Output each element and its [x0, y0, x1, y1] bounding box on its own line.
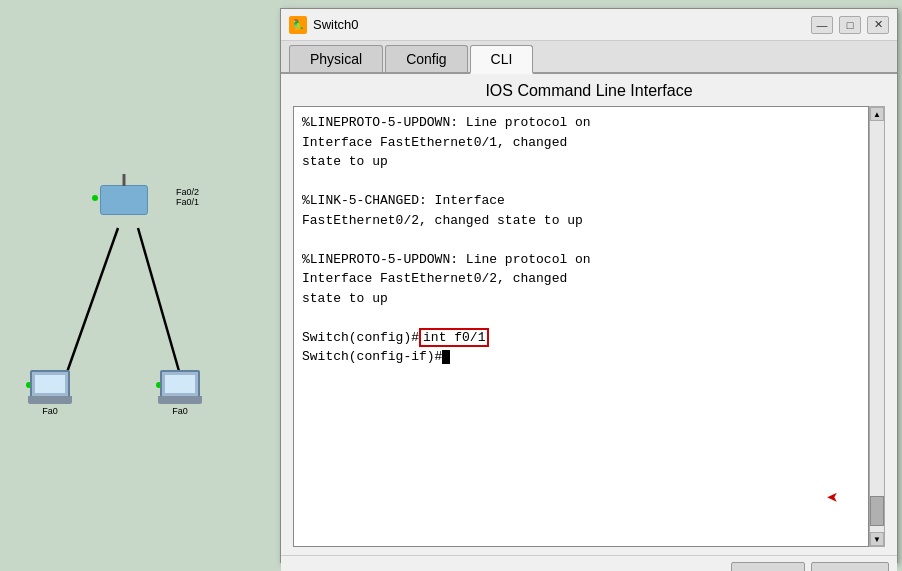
cli-output: %LINEPROTO-5-UPDOWN: Line protocol on In…	[302, 113, 860, 367]
pc-left-label: Fa0	[42, 406, 58, 416]
cmd-prefix-1: Switch(config)#	[302, 330, 419, 345]
scrollbar-down[interactable]: ▼	[870, 532, 884, 546]
cmd-highlight: int f0/1	[419, 328, 489, 347]
scrollbar-thumb[interactable]	[870, 496, 884, 526]
minimize-button[interactable]: —	[811, 16, 833, 34]
pc-right-label: Fa0	[172, 406, 188, 416]
section-title: IOS Command Line Interface	[293, 82, 885, 100]
cmd-line-2: Switch(config-if)#	[302, 349, 442, 364]
tab-physical[interactable]: Physical	[289, 45, 383, 72]
maximize-button[interactable]: □	[839, 16, 861, 34]
fa01-label: Fa0/1	[176, 197, 199, 207]
pc-left: Fa0	[28, 370, 72, 416]
paste-button[interactable]: Paste	[811, 562, 889, 571]
connection-lines	[0, 0, 280, 571]
window-icon: 🦜	[289, 16, 307, 34]
red-arrow: ➤	[826, 480, 838, 510]
scrollbar-up[interactable]: ▲	[870, 107, 884, 121]
main-content: IOS Command Line Interface %LINEPROTO-5-…	[281, 74, 897, 555]
switch-window: 🦜 Switch0 — □ ✕ Physical Config CLI IOS …	[280, 8, 898, 563]
scrollbar[interactable]: ▲ ▼	[869, 106, 885, 547]
svg-line-0	[60, 228, 118, 392]
tab-config[interactable]: Config	[385, 45, 467, 72]
pc-right: Fa0	[158, 370, 202, 416]
close-button[interactable]: ✕	[867, 16, 889, 34]
fa02-label: Fa0/2	[176, 187, 199, 197]
terminal-wrapper: %LINEPROTO-5-UPDOWN: Line protocol on In…	[293, 106, 885, 547]
window-title: Switch0	[313, 17, 811, 32]
cli-terminal[interactable]: %LINEPROTO-5-UPDOWN: Line protocol on In…	[293, 106, 869, 547]
title-bar: 🦜 Switch0 — □ ✕	[281, 9, 897, 41]
tab-bar: Physical Config CLI	[281, 41, 897, 74]
copy-button[interactable]: Copy	[731, 562, 806, 571]
svg-line-1	[138, 228, 185, 392]
network-diagram: Fa0/2 Fa0/1 Fa0 Fa0	[0, 0, 280, 571]
tab-cli[interactable]: CLI	[470, 45, 534, 74]
bottom-bar: https://blog.csdn.net/m... Copy Paste	[281, 555, 897, 571]
cursor	[442, 350, 450, 364]
switch-device: Fa0/2 Fa0/1	[100, 185, 148, 215]
window-controls: — □ ✕	[811, 16, 889, 34]
